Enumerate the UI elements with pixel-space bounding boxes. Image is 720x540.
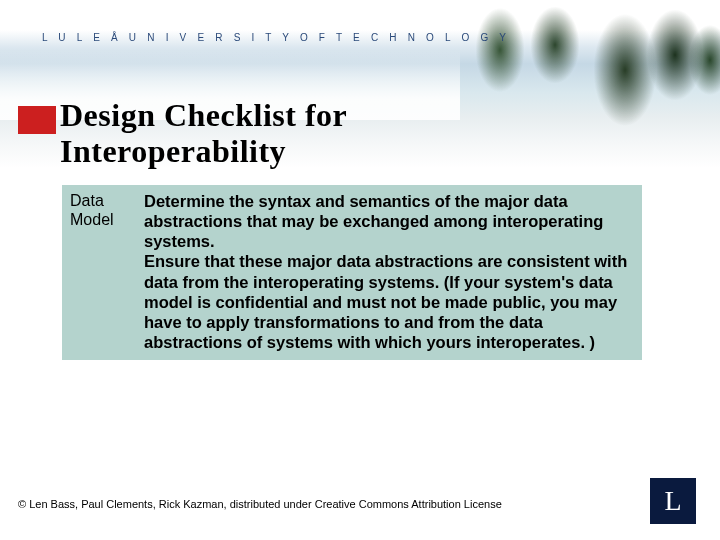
content-paragraph-1: Determine the syntax and semantics of th… [144, 191, 634, 251]
table-row-label: Data Model [64, 187, 140, 358]
title-accent-box [18, 106, 56, 134]
university-name: L U L E Å U N I V E R S I T Y O F T E C … [42, 32, 510, 43]
content-paragraph-2: Ensure that these major data abstraction… [144, 251, 634, 352]
title-line-2: Interoperability [60, 133, 286, 169]
checklist-table: Data Model Determine the syntax and sema… [62, 185, 642, 360]
title-block: Design Checklist for Interoperability [18, 98, 690, 170]
university-logo: L [650, 478, 696, 524]
logo-letter: L [664, 485, 681, 517]
attribution-footer: © Len Bass, Paul Clements, Rick Kazman, … [18, 498, 502, 510]
title-line-1: Design Checklist for [60, 97, 347, 133]
table-row-content: Determine the syntax and semantics of th… [140, 187, 640, 358]
slide-title: Design Checklist for Interoperability [60, 98, 347, 170]
